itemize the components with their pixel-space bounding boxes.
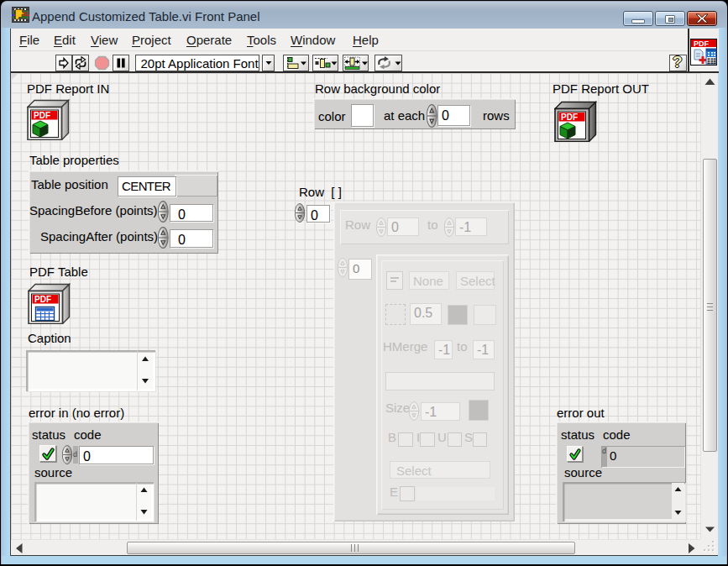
svg-text:PDF: PDF xyxy=(34,295,51,304)
svg-text:PDF: PDF xyxy=(561,113,578,122)
svg-text:PDF: PDF xyxy=(694,39,710,48)
svg-text:PDF: PDF xyxy=(34,111,50,120)
